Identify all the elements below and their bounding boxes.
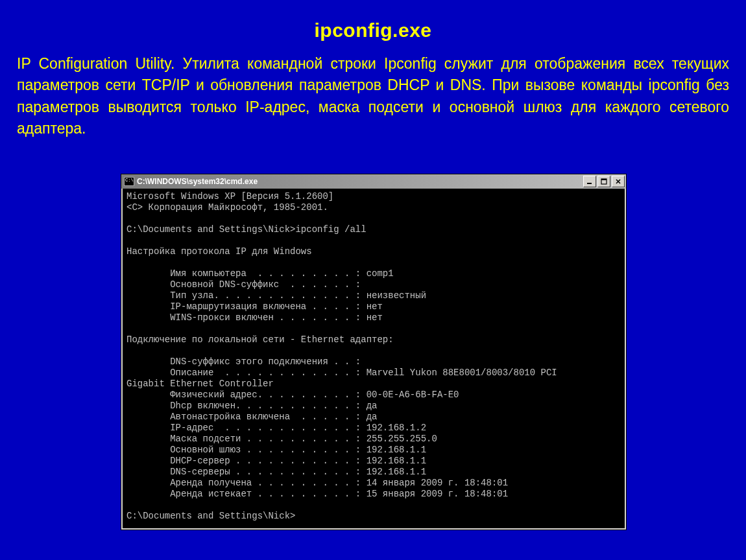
window-buttons (583, 176, 625, 187)
slide-body-text: IP Configuration Utility. Утилита команд… (17, 53, 729, 139)
minimize-icon (586, 178, 593, 185)
close-button[interactable] (612, 176, 625, 187)
window-titlebar[interactable]: C:\WINDOWS\system32\cmd.exe (121, 174, 626, 189)
terminal-output[interactable]: Microsoft Windows XP [Версия 5.1.2600] <… (121, 189, 626, 530)
minimize-button[interactable] (583, 176, 596, 187)
maximize-button[interactable] (597, 176, 610, 187)
close-icon (615, 178, 621, 185)
cmd-window: C:\WINDOWS\system32\cmd.exe Microsoft Wi… (121, 174, 627, 530)
maximize-icon (601, 178, 607, 185)
slide: ipconfig.exe IP Configuration Utility. У… (0, 0, 746, 560)
window-title-text: C:\WINDOWS\system32\cmd.exe (137, 177, 258, 186)
svg-rect-0 (587, 183, 592, 184)
slide-title: ipconfig.exe (17, 19, 729, 41)
svg-rect-2 (601, 179, 607, 180)
cmd-icon (124, 177, 134, 186)
